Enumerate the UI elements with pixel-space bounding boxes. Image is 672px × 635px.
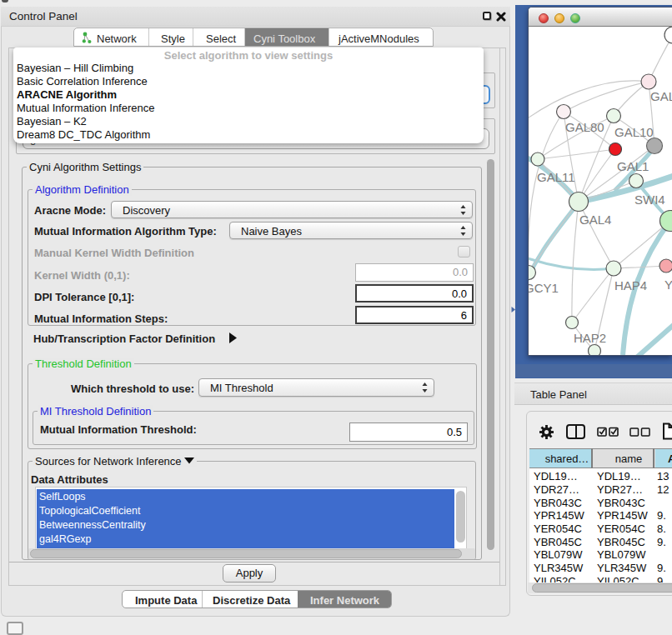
svg-text:Y: Y: [664, 278, 672, 292]
svg-text:GAL10: GAL10: [614, 125, 654, 139]
svg-text:GAL1: GAL1: [617, 159, 649, 173]
svg-text:GCY1: GCY1: [529, 281, 559, 295]
svg-text:SWI4: SWI4: [634, 192, 665, 207]
svg-text:GAL11: GAL11: [537, 170, 575, 184]
svg-text:HAP4: HAP4: [614, 278, 647, 292]
svg-text:GAL: GAL: [650, 89, 672, 103]
svg-text:GAL80: GAL80: [565, 120, 604, 134]
svg-text:HAP2: HAP2: [574, 331, 606, 345]
svg-text:GAL4: GAL4: [579, 212, 611, 227]
